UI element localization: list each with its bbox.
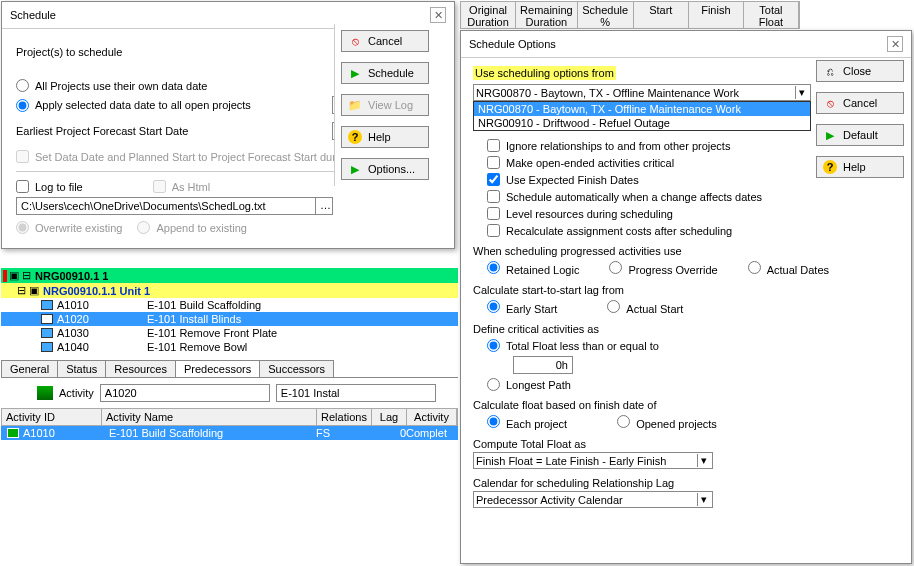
chk-log-to-file[interactable] bbox=[16, 180, 29, 193]
radio-actual-dates-label: Actual Dates bbox=[767, 264, 829, 276]
cancel-button[interactable]: ⦸ Cancel bbox=[341, 30, 429, 52]
options-from-dropdown[interactable]: NRG00870 - Baytown, TX - Offline Mainten… bbox=[473, 84, 811, 101]
radio-retained-logic[interactable] bbox=[487, 261, 500, 274]
log-file-browse-button[interactable]: … bbox=[315, 197, 333, 215]
wbs-row[interactable]: ⊟ ▣NRG00910.1.1 Unit 1 bbox=[1, 283, 458, 298]
tab-successors[interactable]: Successors bbox=[259, 360, 334, 377]
chk-level-res-label: Level resources during scheduling bbox=[506, 208, 673, 220]
col-orig-dur[interactable]: Original Duration bbox=[461, 2, 516, 28]
cal-lag-dropdown[interactable]: Predecessor Activity Calendar ▾ bbox=[473, 491, 713, 508]
col-relations[interactable]: Relations bbox=[317, 409, 372, 425]
radio-total-float[interactable] bbox=[487, 339, 500, 352]
radio-retained-logic-label: Retained Logic bbox=[506, 264, 579, 276]
schedule-options-title: Schedule Options bbox=[469, 38, 556, 50]
dropdown-option[interactable]: NRG00910 - Driftwood - Refuel Outage bbox=[474, 116, 810, 130]
chk-expected-finish[interactable] bbox=[487, 173, 500, 186]
tab-status[interactable]: Status bbox=[57, 360, 106, 377]
col-finish[interactable]: Finish bbox=[689, 2, 744, 28]
view-log-button: 📁 View Log bbox=[341, 94, 429, 116]
radio-total-float-label: Total Float less than or equal to bbox=[506, 340, 659, 352]
cancel-icon: ⦸ bbox=[348, 34, 362, 48]
schedule-button[interactable]: ▶ Schedule bbox=[341, 62, 429, 84]
col-activity-id[interactable]: Activity ID bbox=[2, 409, 102, 425]
col-activity[interactable]: Activity bbox=[407, 409, 457, 425]
activity-name-field[interactable] bbox=[276, 384, 436, 402]
options-cancel-button-label: Cancel bbox=[843, 97, 877, 109]
compute-tf-dropdown[interactable]: Finish Float = Late Finish - Early Finis… bbox=[473, 452, 713, 469]
chevron-down-icon: ▾ bbox=[697, 454, 710, 467]
radio-append-label: Append to existing bbox=[156, 222, 247, 234]
total-float-value[interactable] bbox=[513, 356, 573, 374]
activity-id-field[interactable] bbox=[100, 384, 270, 402]
options-button-label: Options... bbox=[368, 163, 415, 175]
activity-row[interactable]: A1040E-101 Remove Bowl bbox=[1, 340, 458, 354]
log-file-path[interactable] bbox=[16, 197, 316, 215]
chk-recalc[interactable] bbox=[487, 224, 500, 237]
radio-progress-override[interactable] bbox=[609, 261, 622, 274]
dropdown-selected-value: NRG00870 - Baytown, TX - Offline Mainten… bbox=[476, 87, 739, 99]
close-button-label: Close bbox=[843, 65, 871, 77]
play-icon: ▶ bbox=[348, 66, 362, 80]
col-total-float[interactable]: Total Float bbox=[744, 2, 799, 28]
radio-actual-dates[interactable] bbox=[748, 261, 761, 274]
help-button-label: Help bbox=[368, 131, 391, 143]
activity-row[interactable]: A1030E-101 Remove Front Plate bbox=[1, 326, 458, 340]
play-icon: ▶ bbox=[823, 128, 837, 142]
cal-lag-value: Predecessor Activity Calendar bbox=[476, 494, 623, 506]
col-sched-pct[interactable]: Schedule % Complete bbox=[578, 2, 634, 28]
float-based-label: Calculate float based on finish date of bbox=[473, 399, 899, 411]
radio-apply-selected[interactable] bbox=[16, 99, 29, 112]
help-button[interactable]: ? Help bbox=[341, 126, 429, 148]
radio-apply-selected-label: Apply selected data date to all open pro… bbox=[35, 99, 251, 111]
predecessor-row[interactable]: A1010 E-101 Build Scaffolding FS 0 Compl… bbox=[1, 426, 458, 440]
col-activity-name[interactable]: Activity Name bbox=[102, 409, 317, 425]
radio-longest-path[interactable] bbox=[487, 378, 500, 391]
chk-as-html-label: As Html bbox=[172, 181, 211, 193]
radio-opened-projects-label: Opened projects bbox=[636, 418, 717, 430]
radio-append bbox=[137, 221, 150, 234]
options-cancel-button[interactable]: ⦸ Cancel bbox=[816, 92, 904, 114]
activity-row[interactable]: A1010E-101 Build Scaffolding bbox=[1, 298, 458, 312]
critical-activities-label: Define critical activities as bbox=[473, 323, 899, 335]
schedule-dialog-title: Schedule bbox=[10, 9, 56, 21]
close-icon[interactable]: ✕ bbox=[430, 7, 446, 23]
col-lag[interactable]: Lag bbox=[372, 409, 407, 425]
dropdown-option[interactable]: NRG00870 - Baytown, TX - Offline Mainten… bbox=[474, 102, 810, 116]
activity-tree: ▣ ⊟NRG00910.1 1 ⊟ ▣NRG00910.1.1 Unit 1 A… bbox=[1, 268, 458, 354]
chk-log-to-file-label: Log to file bbox=[35, 181, 83, 193]
help-icon: ? bbox=[823, 160, 837, 174]
tab-predecessors[interactable]: Predecessors bbox=[175, 360, 260, 377]
col-rem-dur[interactable]: Remaining Duration bbox=[516, 2, 578, 28]
col-start[interactable]: Start bbox=[634, 2, 689, 28]
chk-open-ended[interactable] bbox=[487, 156, 500, 169]
use-options-from-label: Use scheduling options from bbox=[473, 66, 616, 80]
compute-tf-label: Compute Total Float as bbox=[473, 438, 899, 450]
close-icon[interactable]: ✕ bbox=[887, 36, 903, 52]
chk-ignore-rel-label: Ignore relationships to and from other p… bbox=[506, 140, 730, 152]
chk-level-res[interactable] bbox=[487, 207, 500, 220]
options-help-button[interactable]: ? Help bbox=[816, 156, 904, 178]
chk-ignore-rel[interactable] bbox=[487, 139, 500, 152]
default-button-label: Default bbox=[843, 129, 878, 141]
radio-overwrite bbox=[16, 221, 29, 234]
chk-sched-auto[interactable] bbox=[487, 190, 500, 203]
wbs-row[interactable]: ▣ ⊟NRG00910.1 1 bbox=[1, 268, 458, 283]
chevron-down-icon: ▾ bbox=[697, 493, 710, 506]
chevron-down-icon: ▾ bbox=[795, 86, 808, 99]
cal-lag-label: Calendar for scheduling Relationship Lag bbox=[473, 477, 899, 489]
activity-row-selected[interactable]: A1020E-101 Install Blinds bbox=[1, 312, 458, 326]
options-help-button-label: Help bbox=[843, 161, 866, 173]
radio-actual-start[interactable] bbox=[607, 300, 620, 313]
default-button[interactable]: ▶ Default bbox=[816, 124, 904, 146]
radio-opened-projects[interactable] bbox=[617, 415, 630, 428]
close-button[interactable]: ⎌ Close bbox=[816, 60, 904, 82]
radio-early-start[interactable] bbox=[487, 300, 500, 313]
radio-each-project[interactable] bbox=[487, 415, 500, 428]
options-button[interactable]: ▶ Options... bbox=[341, 158, 429, 180]
tab-general[interactable]: General bbox=[1, 360, 58, 377]
radio-overwrite-label: Overwrite existing bbox=[35, 222, 122, 234]
radio-progress-override-label: Progress Override bbox=[628, 264, 717, 276]
radio-own-data-date[interactable] bbox=[16, 79, 29, 92]
chk-as-html bbox=[153, 180, 166, 193]
tab-resources[interactable]: Resources bbox=[105, 360, 176, 377]
